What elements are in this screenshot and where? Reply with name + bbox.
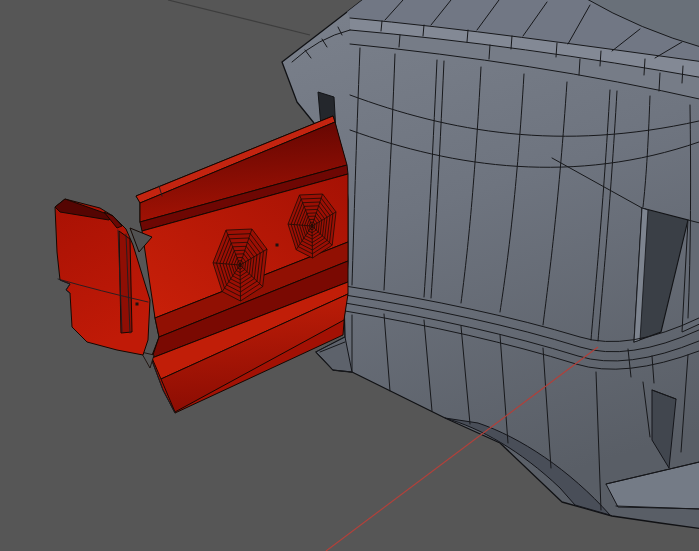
vertex-dot[interactable] (136, 303, 139, 306)
vertex-dot[interactable] (276, 244, 279, 247)
knob-web-spoke (240, 265, 241, 301)
viewport[interactable] (0, 0, 699, 551)
red-claw-side-face (119, 231, 132, 333)
viewport-canvas[interactable] (0, 0, 699, 551)
